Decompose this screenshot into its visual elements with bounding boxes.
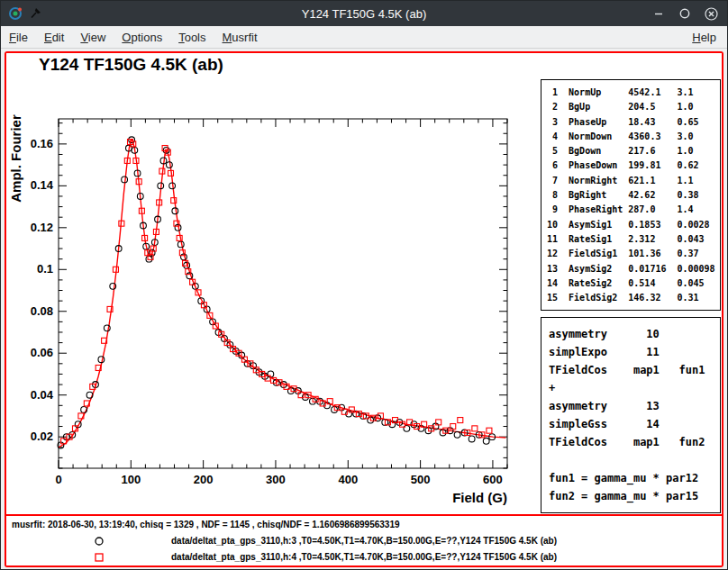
svg-text:300: 300 [266, 473, 286, 486]
legend-row: data/deltat_pta_gps_3110,h:3 ,T0=4.50K,T… [6, 533, 722, 549]
menubar: File Edit View Options Tools Musrfit Hel… [1, 26, 727, 49]
svg-text:0.16: 0.16 [31, 137, 53, 150]
param-row: 9 PhaseRight 287.0 1.4 [547, 203, 720, 217]
menu-item-help[interactable]: Help [681, 27, 727, 48]
param-row: 13 AsymSig2 0.01716 0.00098 [547, 262, 720, 276]
theory-line: asymmetry 13 [549, 397, 720, 415]
legend-row: data/deltat_pta_gps_3110,h:4 ,T0=4.50K,T… [6, 549, 722, 565]
close-icon [704, 6, 718, 22]
theory-line: simplExpo 11 [549, 343, 720, 361]
param-row: 14 RateSig2 0.514 0.045 [547, 276, 720, 291]
svg-text:Field (G): Field (G) [452, 490, 507, 505]
svg-text:0.14: 0.14 [31, 178, 54, 192]
svg-text:0.06: 0.06 [31, 346, 53, 359]
param-row: 2 BgUp 204.5 1.0 [547, 100, 720, 114]
app-icon [8, 6, 23, 21]
titlebar[interactable]: Y124 TF150G 4.5K (ab) [1, 1, 727, 26]
svg-text:Ampl. Fourier: Ampl. Fourier [8, 114, 23, 203]
maximize-button[interactable] [678, 6, 692, 21]
circle-marker-icon [94, 536, 105, 547]
svg-text:0.12: 0.12 [31, 221, 53, 234]
window-title: Y124 TF150G 4.5K (ab) [1, 7, 727, 21]
param-row: 12 FieldSig1 101.36 0.37 [547, 247, 720, 261]
svg-text:0.02: 0.02 [31, 430, 53, 443]
minimize-icon [651, 6, 666, 21]
close-button[interactable] [704, 6, 718, 21]
param-row: 8 BgRight 42.62 0.38 [547, 188, 720, 203]
menu-item-options[interactable]: Options [114, 27, 170, 48]
plot-canvas[interactable]: Y124 TF150G 4.5K (ab) 010020030040050060… [6, 53, 722, 514]
svg-text:0: 0 [55, 473, 61, 486]
footer: musrfit: 2018-06-30, 13:19:40, chisq = 1… [6, 516, 722, 565]
fourier-plot[interactable]: 01002003004005006000.020.040.060.080.10.… [6, 53, 538, 508]
svg-text:0.1: 0.1 [37, 262, 53, 276]
theory-line: fun1 = gamma_mu * par12 [549, 469, 720, 487]
pin-icon [28, 6, 42, 21]
theory-line: + [549, 379, 720, 397]
param-row: 7 NormRight 621.1 1.1 [547, 174, 720, 188]
root-canvas: Y124 TF150G 4.5K (ab) 010020030040050060… [5, 51, 723, 567]
theory-line: simpleGss 14 [549, 415, 720, 433]
param-box[interactable]: 1 NormUp 4542.1 3.1 2 BgUp 204.5 1.0 3 P… [541, 79, 721, 311]
maximize-icon [678, 6, 692, 21]
param-row: 15 FieldSig2 146.32 0.31 [547, 291, 720, 305]
svg-text:400: 400 [338, 473, 358, 486]
param-row: 10 AsymSig1 0.1853 0.0028 [547, 218, 720, 232]
legend-label: data/deltat_pta_gps_3110,h:4 ,T0=4.50K,T… [6, 549, 722, 565]
theory-line: asymmetry 10 [549, 325, 720, 343]
svg-text:600: 600 [483, 473, 503, 486]
svg-text:500: 500 [411, 473, 431, 486]
param-row: 11 RateSig1 2.312 0.043 [547, 232, 720, 247]
fit-info: musrfit: 2018-06-30, 13:19:40, chisq = 1… [12, 520, 722, 533]
theory-line: TFieldCos map1 fun2 [549, 433, 720, 451]
minimize-button[interactable] [651, 6, 666, 21]
theory-line [549, 451, 720, 469]
application-window: Y124 TF150G 4.5K (ab) Fil [0, 0, 728, 570]
legend-rows: data/deltat_pta_gps_3110,h:3 ,T0=4.50K,T… [6, 533, 722, 565]
svg-text:100: 100 [121, 473, 141, 486]
legend-label: data/deltat_pta_gps_3110,h:3 ,T0=4.50K,T… [6, 533, 722, 549]
param-row: 5 BgDown 217.6 1.0 [547, 144, 720, 158]
param-row: 3 PhaseUp 18.43 0.65 [547, 115, 720, 130]
menu-item-file[interactable]: File [1, 27, 36, 48]
param-row: 4 NormDown 4360.3 3.0 [547, 130, 720, 144]
theory-line: TFieldCos map1 fun1 [549, 361, 720, 379]
menu-item-musrfit[interactable]: Musrfit [214, 27, 266, 48]
theory-box[interactable]: asymmetry 10simplExpo 11TFieldCos map1 f… [541, 317, 721, 513]
svg-text:0.04: 0.04 [31, 388, 54, 402]
menu-item-view[interactable]: View [72, 27, 114, 48]
svg-text:0.08: 0.08 [31, 304, 53, 318]
param-row: 1 NormUp 4542.1 3.1 [547, 86, 720, 100]
svg-text:200: 200 [194, 473, 214, 486]
menu-item-tools[interactable]: Tools [170, 27, 214, 48]
square-marker-icon [94, 552, 105, 563]
theory-line: fun2 = gamma_mu * par15 [549, 487, 720, 505]
param-row: 6 PhaseDown 199.81 0.62 [547, 158, 720, 173]
menu-item-edit[interactable]: Edit [36, 27, 72, 48]
